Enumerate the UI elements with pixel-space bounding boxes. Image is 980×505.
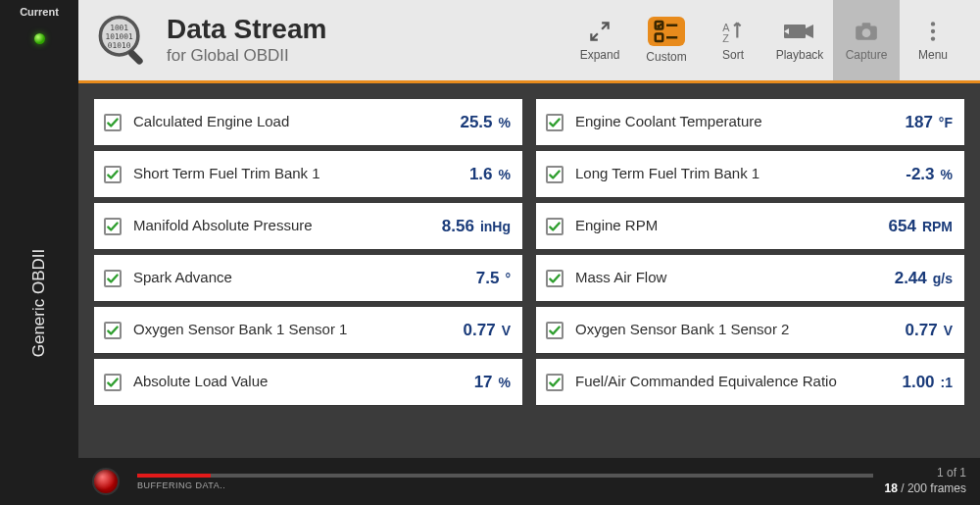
expand-button[interactable]: Expand <box>566 0 633 80</box>
svg-point-17 <box>931 29 935 33</box>
svg-point-16 <box>931 22 935 25</box>
row-label: Absolute Load Value <box>133 374 474 390</box>
row-value: 1.6% <box>469 165 511 184</box>
sort-icon: A Z <box>716 19 750 44</box>
row-unit: % <box>499 375 511 390</box>
data-row[interactable]: Fuel/Air Commanded Equivalence Ratio1.00… <box>536 359 964 405</box>
data-row[interactable]: Engine Coolant Temperature187°F <box>536 99 964 145</box>
data-row[interactable]: Oxygen Sensor Bank 1 Sensor 10.77V <box>94 307 522 353</box>
checkbox-icon[interactable] <box>104 322 122 339</box>
checkbox-icon[interactable] <box>546 322 564 339</box>
header: 1001 101001 01010 Data Stream for Global… <box>78 0 980 83</box>
svg-point-18 <box>931 36 935 40</box>
page-title: Data Stream <box>167 15 326 45</box>
data-row[interactable]: Absolute Load Value17% <box>94 359 522 405</box>
row-value: -2.3% <box>906 165 953 184</box>
row-value: 654RPM <box>889 217 954 236</box>
row-unit: % <box>499 167 511 182</box>
capture-button[interactable]: Capture <box>833 0 900 80</box>
camera-icon <box>850 19 883 44</box>
sort-label: Sort <box>722 48 744 62</box>
checkbox-icon[interactable] <box>104 218 122 235</box>
row-label: Long Term Fuel Trim Bank 1 <box>575 166 906 182</box>
checkbox-icon[interactable] <box>104 374 122 391</box>
row-label: Manifold Absolute Pressure <box>133 218 442 234</box>
row-unit: V <box>502 323 511 338</box>
row-value: 25.5% <box>460 113 511 132</box>
current-label: Current <box>20 0 59 18</box>
row-unit: % <box>941 167 953 182</box>
svg-point-15 <box>862 28 871 37</box>
checkbox-icon[interactable] <box>546 270 564 287</box>
sidebar-title: Generic OBDII <box>29 249 49 358</box>
custom-checklist-icon <box>648 17 685 46</box>
page-subtitle: for Global OBDII <box>167 46 326 66</box>
playback-button[interactable]: Playback <box>766 0 833 80</box>
row-unit: inHg <box>480 219 511 234</box>
data-row[interactable]: Short Term Fuel Trim Bank 11.6% <box>94 151 522 197</box>
sort-button[interactable]: A Z Sort <box>700 0 766 80</box>
toolbar: Expand Custom A <box>566 0 966 80</box>
data-grid: Calculated Engine Load25.5%Short Term Fu… <box>78 83 980 458</box>
magnifier-binary-icon: 1001 101001 01010 <box>96 13 151 68</box>
row-label: Fuel/Air Commanded Equivalence Ratio <box>575 374 902 390</box>
custom-button[interactable]: Custom <box>633 0 700 80</box>
row-value: 0.77V <box>906 321 953 340</box>
row-unit: g/s <box>933 271 953 286</box>
checkbox-icon[interactable] <box>104 166 122 183</box>
row-unit: ° <box>505 271 511 286</box>
progress-fill <box>137 474 211 478</box>
row-label: Short Term Fuel Trim Bank 1 <box>133 166 469 182</box>
menu-button[interactable]: Menu <box>900 0 966 80</box>
expand-icon <box>583 19 616 44</box>
status-indicator-icon <box>34 33 45 44</box>
checkbox-icon[interactable] <box>546 218 564 235</box>
checkbox-icon[interactable] <box>104 270 122 287</box>
record-button[interactable] <box>92 468 120 495</box>
data-row[interactable]: Long Term Fuel Trim Bank 1-2.3% <box>536 151 964 197</box>
row-value: 187°F <box>905 113 953 132</box>
row-value: 7.5° <box>476 269 511 288</box>
frames-counter: 18 / 200 frames <box>885 481 966 497</box>
data-row[interactable]: Engine RPM654RPM <box>536 203 964 249</box>
brand: 1001 101001 01010 Data Stream for Global… <box>96 13 326 68</box>
right-column: Engine Coolant Temperature187°FLong Term… <box>536 99 964 442</box>
expand-label: Expand <box>580 48 620 62</box>
row-value: 8.56inHg <box>442 217 511 236</box>
main-panel: 1001 101001 01010 Data Stream for Global… <box>78 0 980 505</box>
data-row[interactable]: Manifold Absolute Pressure8.56inHg <box>94 203 522 249</box>
playback-label: Playback <box>776 48 824 62</box>
left-column: Calculated Engine Load25.5%Short Term Fu… <box>94 99 522 442</box>
menu-dots-icon <box>916 19 950 44</box>
progress-wrap: BUFFERING DATA.. <box>137 474 873 490</box>
checkbox-icon[interactable] <box>104 114 122 131</box>
checkbox-icon[interactable] <box>546 166 564 183</box>
row-label: Calculated Engine Load <box>133 114 460 130</box>
progress-bar[interactable] <box>137 474 873 478</box>
svg-text:01010: 01010 <box>108 41 131 50</box>
row-value: 1.00:1 <box>902 373 953 392</box>
page-counter: 1 of 1 <box>885 466 966 481</box>
row-label: Oxygen Sensor Bank 1 Sensor 2 <box>575 322 906 338</box>
row-value: 17% <box>474 373 511 392</box>
footer: BUFFERING DATA.. 1 of 1 18 / 200 frames <box>78 458 980 505</box>
svg-rect-14 <box>862 23 871 26</box>
row-unit: °F <box>939 115 953 130</box>
menu-label: Menu <box>918 48 948 62</box>
playback-icon <box>783 19 816 44</box>
data-row[interactable]: Mass Air Flow2.44g/s <box>536 255 964 301</box>
data-row[interactable]: Oxygen Sensor Bank 1 Sensor 20.77V <box>536 307 964 353</box>
checkbox-icon[interactable] <box>546 114 564 131</box>
svg-rect-4 <box>127 49 144 66</box>
sidebar: Current Generic OBDII <box>0 0 78 505</box>
row-label: Engine RPM <box>575 218 889 234</box>
row-unit: V <box>944 323 953 338</box>
buffering-text: BUFFERING DATA.. <box>137 480 873 490</box>
row-value: 0.77V <box>464 321 511 340</box>
row-label: Engine Coolant Temperature <box>575 114 905 130</box>
data-row[interactable]: Spark Advance7.5° <box>94 255 522 301</box>
checkbox-icon[interactable] <box>546 374 564 391</box>
data-row[interactable]: Calculated Engine Load25.5% <box>94 99 522 145</box>
custom-label: Custom <box>646 50 686 64</box>
row-label: Spark Advance <box>133 270 476 286</box>
